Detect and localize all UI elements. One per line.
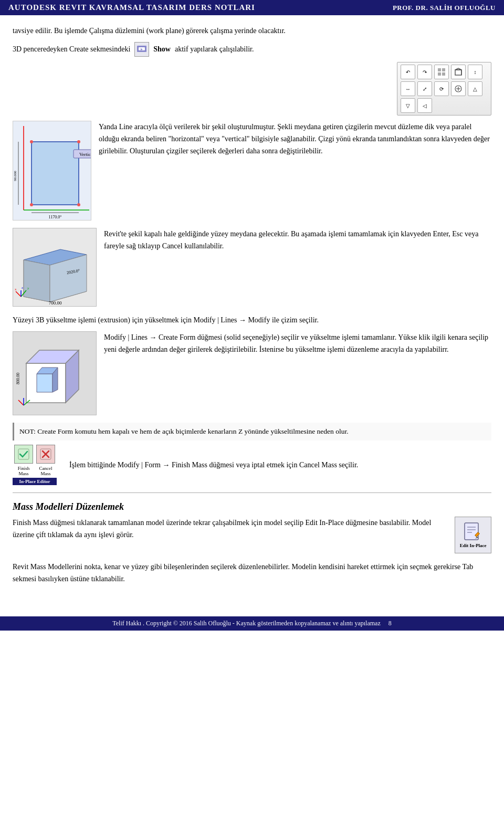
page-header: AUTODESK REVIT KAVRAMSAL TASARIM DERS NO… (0, 0, 504, 15)
svg-text:y: y (27, 286, 29, 290)
para3-text: Yüzeyi 3B yükseltme işlemi (extrusion) i… (13, 316, 319, 324)
svg-rect-4 (442, 68, 445, 71)
page-number: 8 (388, 620, 392, 627)
finish-check-icon (18, 448, 29, 460)
tb-add[interactable] (451, 81, 466, 96)
show-icon-box[interactable] (134, 42, 149, 57)
extrusion-3d-image: 800.00 (13, 331, 97, 415)
finish-cancel-labels: Finish Mass Cancel Mass (14, 466, 55, 476)
svg-text:Vertical: Vertical (79, 152, 91, 157)
section-sketch-row: Vertical 1170.0° 90.000 Yanda Line aracı… (13, 121, 491, 221)
para4-text: Modify | Lines → Create Form düğmesi (so… (104, 333, 488, 353)
para8-text: Revit Mass Modellerini nokta, kenar ve y… (13, 563, 473, 583)
tb-grid[interactable] (434, 65, 449, 79)
edit-inplace-icon (460, 522, 486, 543)
footer-text: Telif Hakkı . Copyright © 2016 Salih Ofl… (112, 620, 380, 627)
section-heading-mass: Mass Modelleri Düzenlemek (13, 501, 491, 512)
show-row: 3D penceredeyken Create sekmesindeki Sho… (13, 42, 491, 57)
edit-inplace-description: Finish Mass düğmesi tıklanarak tamamlana… (13, 517, 441, 541)
tb-move-h[interactable]: ↔ (401, 81, 415, 96)
tb-redo[interactable]: ↷ (417, 65, 432, 79)
finish-mass-button[interactable] (14, 445, 33, 464)
section-divider (13, 492, 491, 493)
inplace-editor-label: In-Place Editor (13, 478, 57, 485)
note-text: NOT: Create Form komutu hem kapalı ve he… (19, 427, 349, 435)
page-footer: Telif Hakkı . Copyright © 2016 Salih Ofl… (0, 616, 504, 631)
extrusion-block: Yüzeyi 3B yükseltme işlemi (extrusion) i… (13, 314, 491, 326)
surface-svg: 700.00 2020.0° x y z (13, 228, 97, 307)
tb-up[interactable]: △ (468, 81, 482, 96)
header-author: PROF. DR. SALİH OFLUOĞLU (393, 4, 496, 12)
svg-marker-31 (24, 260, 50, 302)
show-icon (136, 44, 148, 55)
svg-text:x: x (15, 287, 17, 291)
svg-marker-8 (455, 68, 461, 70)
para6-text: İşlem bittiğinde Modify | Form → Finish … (69, 461, 358, 469)
svg-text:700.00: 700.00 (49, 300, 62, 306)
cancel-mass-label: Cancel Mass (36, 466, 55, 476)
svg-rect-6 (442, 72, 445, 76)
svg-point-26 (30, 203, 33, 206)
finish-mass-description: İşlem bittiğinde Modify | Form → Finish … (69, 459, 491, 471)
intro-text-3: aktif yapılarak çalışılabilir. (175, 45, 254, 54)
cancel-mass-button[interactable] (36, 445, 55, 464)
finish-mass-row: Finish Mass Cancel Mass In-Place Editor … (13, 445, 491, 485)
tb-box[interactable] (451, 65, 466, 79)
intro-block: tavsiye edilir. Bu işlemde Çalışma düzle… (13, 25, 491, 37)
edit-inplace-label: Edit In-Place (460, 543, 487, 548)
surface-description: Revit'te şekil kapalı hale geldiğinde yü… (104, 228, 491, 252)
extrusion-description: Modify | Lines → Create Form düğmesi (so… (104, 331, 491, 355)
sketch-image: Vertical 1170.0° 90.000 (13, 121, 91, 221)
svg-rect-56 (465, 523, 478, 540)
note-block: NOT: Create Form komutu hem kapalı ve he… (13, 423, 491, 441)
surface-3d-image: 700.00 2020.0° x y z (13, 228, 97, 307)
revit-toolbar: ↶ ↷ ↕ ↔ ⤢ ⟳ △ ▽ ◁ (397, 62, 491, 116)
cancel-cross-icon (40, 448, 51, 460)
main-content: tavsiye edilir. Bu işlemde Çalışma düzle… (0, 15, 504, 595)
sketch-description: Yanda Line aracıyla ölçü verilerek bir ş… (99, 121, 491, 157)
tb-undo[interactable]: ↶ (401, 65, 415, 79)
section-extrusion-row: 800.00 Modify | Lines → Create Form düğm… (13, 331, 491, 415)
tb-left[interactable]: ◁ (417, 98, 432, 113)
para7-text: Finish Mass düğmesi tıklanarak tamamlana… (13, 519, 431, 539)
sketch-svg: Vertical 1170.0° 90.000 (13, 121, 91, 221)
finish-cancel-buttons (14, 445, 55, 464)
svg-rect-7 (455, 70, 461, 75)
para1-text: Yanda Line aracıyla ölçü verilerek bir ş… (99, 123, 490, 155)
svg-marker-45 (37, 374, 52, 392)
header-title: AUTODESK REVIT KAVRAMSAL TASARIM DERS NO… (8, 3, 255, 12)
svg-rect-3 (438, 68, 441, 71)
svg-text:800.00: 800.00 (16, 373, 20, 384)
svg-point-23 (30, 140, 33, 143)
svg-point-24 (77, 140, 80, 143)
tb-resize[interactable]: ⤢ (417, 81, 432, 96)
show-label: Show (153, 45, 171, 54)
finish-mass-label: Finish Mass (14, 466, 33, 476)
svg-text:1170.0°: 1170.0° (49, 215, 62, 219)
para8-block: Revit Mass Modellerini nokta, kenar ve y… (13, 561, 491, 585)
svg-rect-16 (32, 142, 79, 205)
extrusion-svg: 800.00 (13, 332, 97, 415)
svg-text:90.000: 90.000 (13, 171, 17, 181)
svg-rect-5 (438, 72, 441, 76)
tb-rotate[interactable]: ⟳ (434, 81, 449, 96)
section-3d-row: 700.00 2020.0° x y z Revit'te şekil kapa… (13, 228, 491, 307)
tb-move-v[interactable]: ↕ (468, 65, 482, 79)
tb-down[interactable]: ▽ (401, 98, 415, 113)
para2-text: Revit'te şekil kapalı hale geldiğinde yü… (104, 230, 478, 250)
svg-point-25 (77, 203, 80, 206)
svg-text:z: z (22, 286, 23, 290)
intro-text-1: tavsiye edilir. Bu işlemde Çalışma düzle… (13, 27, 286, 35)
edit-inplace-icon-box[interactable]: Edit In-Place (455, 517, 491, 553)
intro-text-2: 3D penceredeyken Create sekmesindeki (13, 45, 130, 54)
edit-inplace-row: Finish Mass düğmesi tıklanarak tamamlana… (13, 517, 491, 553)
